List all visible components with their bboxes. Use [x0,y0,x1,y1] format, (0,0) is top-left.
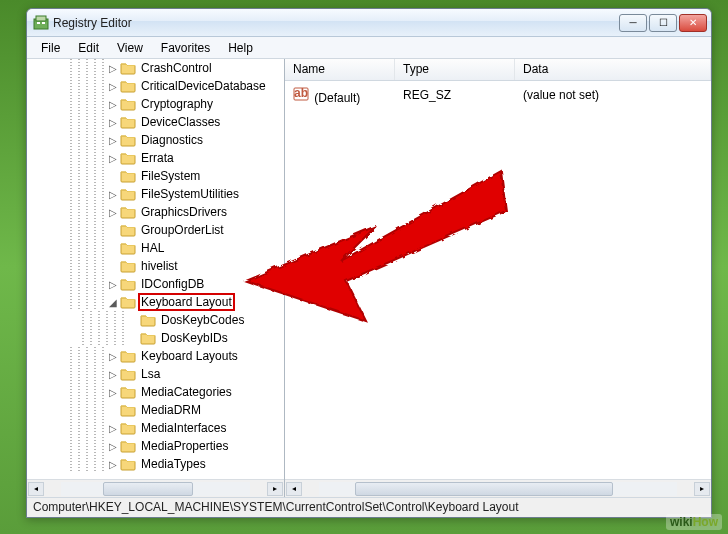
scroll-thumb[interactable] [103,482,194,496]
value-type: REG_SZ [395,88,515,102]
list-scrollbar-h[interactable]: ◂ ▸ [285,479,711,497]
folder-icon [140,331,156,345]
menu-help[interactable]: Help [220,39,261,57]
maximize-button[interactable]: ☐ [649,14,677,32]
expander-icon[interactable] [107,405,118,416]
tree-node[interactable]: ▷CriticalDeviceDatabase [27,77,268,95]
menu-view[interactable]: View [109,39,151,57]
expander-icon[interactable]: ▷ [107,423,118,434]
tree-node[interactable]: MediaDRM [27,401,268,419]
expander-icon[interactable]: ▷ [107,153,118,164]
tree-node[interactable]: FileSystem [27,167,268,185]
tree-node-label: MediaProperties [139,438,230,454]
tree-node[interactable]: ▷Errata [27,149,268,167]
minimize-button[interactable]: ─ [619,14,647,32]
scroll-right-icon[interactable]: ▸ [267,482,283,496]
svg-rect-2 [37,22,40,24]
expander-icon[interactable]: ▷ [107,441,118,452]
tree-node[interactable]: ▷MediaInterfaces [27,419,268,437]
expander-icon[interactable]: ◢ [107,297,118,308]
tree-node[interactable]: ▷MediaTypes [27,455,268,473]
tree-node-label: Cryptography [139,96,215,112]
scroll-thumb[interactable] [355,482,613,496]
tree-node[interactable]: DosKeybIDs [27,329,268,347]
expander-icon[interactable] [107,171,118,182]
tree-node[interactable]: ▷Cryptography [27,95,268,113]
tree-node[interactable]: ▷FileSystemUtilities [27,185,268,203]
tree-node-label: CriticalDeviceDatabase [139,78,268,94]
expander-icon[interactable]: ▷ [107,459,118,470]
tree-node[interactable]: ▷MediaCategories [27,383,268,401]
expander-icon[interactable] [127,315,138,326]
tree-node[interactable]: GroupOrderList [27,221,268,239]
tree-node[interactable]: ▷Lsa [27,365,268,383]
expander-icon[interactable]: ▷ [107,99,118,110]
tree-node[interactable]: ▷Keyboard Layouts [27,347,268,365]
tree-node-label: Errata [139,150,176,166]
folder-icon [120,205,136,219]
tree-node[interactable]: DosKeybCodes [27,311,268,329]
svg-text:ab: ab [294,86,308,100]
list-body[interactable]: ab (Default) REG_SZ (value not set) [285,81,711,479]
expander-icon[interactable]: ▷ [107,351,118,362]
svg-rect-3 [42,22,45,24]
expander-icon[interactable]: ▷ [107,369,118,380]
window-title: Registry Editor [53,16,619,30]
col-data[interactable]: Data [515,59,711,80]
tree-node[interactable]: hivelist [27,257,268,275]
expander-icon[interactable]: ▷ [107,81,118,92]
menubar: File Edit View Favorites Help [27,37,711,59]
tree-node-label: DosKeybCodes [159,312,246,328]
tree-node[interactable]: ▷IDConfigDB [27,275,268,293]
expander-icon[interactable]: ▷ [107,117,118,128]
col-name[interactable]: Name [285,59,395,80]
menu-favorites[interactable]: Favorites [153,39,218,57]
tree-node-label: GraphicsDrivers [139,204,229,220]
tree-node[interactable]: HAL [27,239,268,257]
folder-icon [120,97,136,111]
tree-node[interactable]: ▷MediaProperties [27,437,268,455]
titlebar[interactable]: Registry Editor ─ ☐ ✕ [27,9,711,37]
tree-node-label: DosKeybIDs [159,330,230,346]
menu-edit[interactable]: Edit [70,39,107,57]
tree-node[interactable]: ◢Keyboard Layout [27,293,268,311]
expander-icon[interactable]: ▷ [107,279,118,290]
expander-icon[interactable] [127,333,138,344]
expander-icon[interactable]: ▷ [107,189,118,200]
tree-node-label: Lsa [139,366,162,382]
folder-icon [140,313,156,327]
scroll-left-icon[interactable]: ◂ [28,482,44,496]
expander-icon[interactable]: ▷ [107,63,118,74]
expander-icon[interactable] [107,243,118,254]
registry-tree[interactable]: ▷CrashControl▷CriticalDeviceDatabase▷Cry… [27,59,284,479]
folder-icon [120,115,136,129]
folder-icon [120,403,136,417]
scroll-right-icon[interactable]: ▸ [694,482,710,496]
expander-icon[interactable]: ▷ [107,387,118,398]
expander-icon[interactable]: ▷ [107,135,118,146]
col-type[interactable]: Type [395,59,515,80]
statusbar: Computer\HKEY_LOCAL_MACHINE\SYSTEM\Curre… [27,497,711,517]
scroll-left-icon[interactable]: ◂ [286,482,302,496]
expander-icon[interactable] [107,261,118,272]
string-value-icon: ab [293,86,309,102]
value-name: (Default) [314,91,360,105]
folder-icon [120,259,136,273]
expander-icon[interactable]: ▷ [107,207,118,218]
values-pane: Name Type Data ab (Default) REG_SZ (valu… [285,59,711,497]
tree-node[interactable]: ▷DeviceClasses [27,113,268,131]
expander-icon[interactable] [107,225,118,236]
tree-node-label: Keyboard Layout [139,294,234,310]
tree-node[interactable]: ▷GraphicsDrivers [27,203,268,221]
folder-icon [120,457,136,471]
folder-icon [120,439,136,453]
tree-node[interactable]: ▷Diagnostics [27,131,268,149]
svg-rect-1 [36,16,46,21]
tree-node-label: GroupOrderList [139,222,226,238]
menu-file[interactable]: File [33,39,68,57]
tree-node[interactable]: ▷CrashControl [27,59,268,77]
tree-node-label: MediaDRM [139,402,203,418]
tree-scrollbar-h[interactable]: ◂ ▸ [27,479,284,497]
list-item[interactable]: ab (Default) REG_SZ (value not set) [285,85,711,105]
close-button[interactable]: ✕ [679,14,707,32]
